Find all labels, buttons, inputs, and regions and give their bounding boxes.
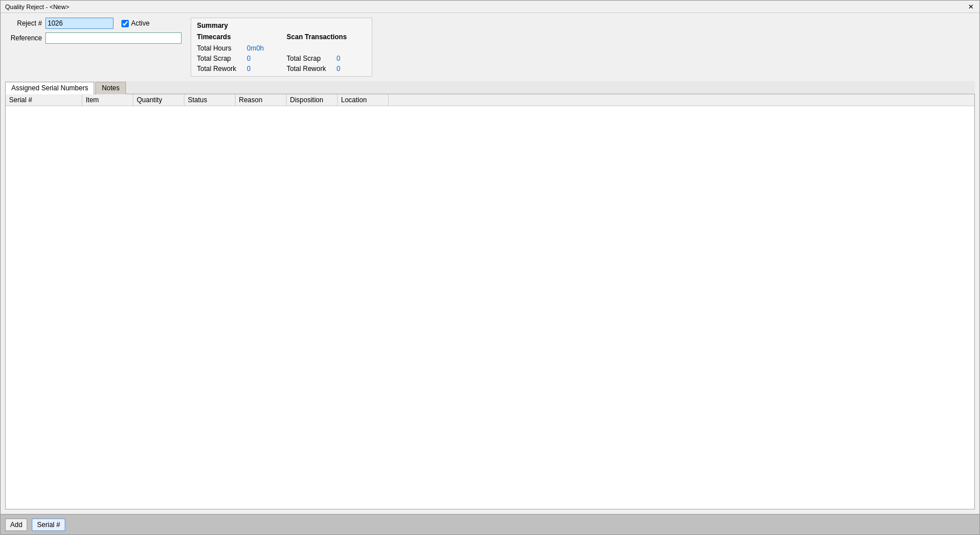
col-quantity: Quantity: [133, 94, 184, 106]
active-checkbox-row: Active: [121, 19, 150, 27]
scan-transactions-col: Scan Transactions Total Scrap 0 Total Re…: [287, 33, 347, 73]
main-window: Quality Reject - <New> ✕ Reject # Active…: [0, 0, 980, 535]
active-checkbox[interactable]: [121, 20, 129, 27]
tab-assigned-serial-numbers[interactable]: Assigned Serial Numbers: [5, 82, 94, 94]
reject-field-row: Reject # Active: [5, 18, 182, 29]
total-scrap-left-row: Total Scrap 0: [197, 55, 264, 62]
form-section: Reject # Active Reference: [5, 18, 182, 44]
total-scrap-left-label: Total Scrap: [197, 55, 242, 62]
col-status: Status: [184, 94, 235, 106]
add-button[interactable]: Add: [5, 519, 27, 531]
total-rework-right-row: Total Rework 0: [287, 65, 347, 73]
tab-bar: Assigned Serial Numbers Notes: [5, 81, 975, 94]
total-scrap-right-label: Total Scrap: [287, 55, 332, 62]
col-item: Item: [82, 94, 133, 106]
active-label: Active: [131, 19, 150, 27]
col-disposition: Disposition: [287, 94, 338, 106]
tab-content: Serial # Item Quantity Status Reason Dis…: [5, 94, 975, 509]
total-rework-right-value: 0: [337, 65, 340, 73]
top-section: Reject # Active Reference Summary Timec: [5, 18, 975, 77]
total-scrap-right-row: Total Scrap 0: [287, 55, 347, 62]
summary-title: Summary: [197, 22, 366, 30]
total-rework-left-value: 0: [247, 65, 251, 73]
reject-label: Reject #: [5, 19, 42, 27]
summary-panel: Summary Timecards Total Hours 0m0h Total…: [191, 18, 372, 77]
grid-body: [6, 106, 974, 509]
col-reason: Reason: [235, 94, 287, 106]
content-area: Reject # Active Reference Summary Timec: [1, 13, 979, 514]
close-button[interactable]: ✕: [967, 3, 975, 11]
total-scrap-right-value: 0: [337, 55, 340, 62]
total-hours-label: Total Hours: [197, 44, 242, 52]
grid-header: Serial # Item Quantity Status Reason Dis…: [6, 94, 974, 106]
bottom-bar: Add Serial #: [1, 514, 979, 534]
title-bar: Quality Reject - <New> ✕: [1, 1, 979, 13]
total-hours-value: 0m0h: [247, 44, 264, 52]
serial-button[interactable]: Serial #: [32, 519, 65, 531]
total-rework-right-label: Total Rework: [287, 65, 332, 73]
total-rework-left-row: Total Rework 0: [197, 65, 264, 73]
total-rework-left-label: Total Rework: [197, 65, 242, 73]
tabs-section: Assigned Serial Numbers Notes Serial # I…: [5, 81, 975, 509]
timecards-col-title: Timecards: [197, 33, 264, 41]
col-serial: Serial #: [6, 94, 82, 106]
reject-input[interactable]: [45, 18, 113, 29]
scan-transactions-col-title: Scan Transactions: [287, 33, 347, 41]
timecards-col: Timecards Total Hours 0m0h Total Scrap 0…: [197, 33, 264, 73]
summary-columns: Timecards Total Hours 0m0h Total Scrap 0…: [197, 33, 366, 73]
reference-label: Reference: [5, 34, 42, 42]
total-scrap-left-value: 0: [247, 55, 251, 62]
reference-field-row: Reference: [5, 32, 182, 44]
reference-input[interactable]: [45, 32, 182, 44]
window-title: Quality Reject - <New>: [5, 3, 69, 10]
total-hours-row: Total Hours 0m0h: [197, 44, 264, 52]
tab-notes[interactable]: Notes: [95, 82, 125, 94]
col-location: Location: [338, 94, 389, 106]
